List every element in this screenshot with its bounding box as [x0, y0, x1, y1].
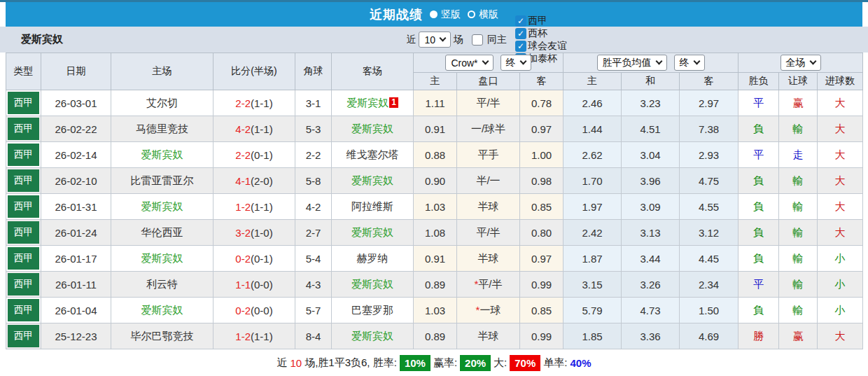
halftime-score: (2-0): [251, 175, 273, 187]
league-filter-label: 球会友谊: [528, 40, 567, 53]
away-odds-cell: 1.00: [520, 142, 564, 168]
avg-draw-cell: 3.96: [622, 168, 680, 194]
goals-cell: 小: [818, 246, 863, 272]
result-cell: 負: [738, 168, 779, 194]
halftime-score: (0-1): [251, 149, 273, 161]
handicap-text: 半球: [478, 252, 499, 264]
period-select[interactable]: 全场: [780, 55, 821, 71]
avg-time-select[interactable]: 终: [674, 55, 705, 71]
same-home-label: 同主: [487, 34, 507, 46]
odds-time-select[interactable]: 终: [500, 55, 531, 71]
goals-cell: 大: [818, 90, 863, 116]
result-cell: 平: [738, 142, 779, 168]
avg-draw-cell: 3.44: [622, 246, 680, 272]
avg-type-select[interactable]: 胜平负均值: [597, 55, 667, 71]
avg-group-header: 胜平负均值 终: [564, 53, 738, 73]
corners-cell: 2-7: [295, 220, 332, 246]
result-cell: 負: [738, 246, 779, 272]
chevron-down-icon: [655, 58, 662, 65]
same-home-checkbox[interactable]: [472, 34, 483, 46]
avg-home-cell: 2.62: [564, 142, 622, 168]
score-cell: 0-2(0-1): [214, 246, 295, 272]
col-header-corners: 角球: [295, 53, 332, 90]
away-team-cell: 爱斯宾奴: [332, 168, 414, 194]
score-cell: 0-2(0-0): [214, 298, 295, 323]
avg-home-cell: 1.44: [564, 116, 622, 142]
goals-cell: 大: [818, 142, 863, 168]
home-odds-cell: 0.88: [414, 142, 457, 168]
table-row: 西甲26-02-10比雷亚雷亚尔4-1(2-0)5-8爱斯宾奴0.90半/一0.…: [6, 168, 863, 194]
goals-cell: 大: [818, 323, 863, 349]
avg-home-cell: 2.42: [564, 220, 622, 246]
avg-home-cell: 1.70: [564, 168, 622, 194]
avg-home-cell: 5.79: [564, 298, 622, 323]
halftime-score: (0-0): [251, 305, 273, 316]
result-cell: 負: [738, 116, 779, 142]
table-row: 西甲26-02-14爱斯宾奴2-2(0-1)2-2维戈塞尔塔0.88平手1.00…: [6, 142, 863, 168]
win-rate-badge: 10%: [400, 355, 430, 371]
home-odds-cell: 0.90: [414, 168, 457, 194]
recent-count-select[interactable]: 10: [419, 32, 451, 48]
bookmaker-select[interactable]: Crow*: [445, 55, 493, 71]
avg-away-cell: 2.97: [680, 90, 738, 116]
col-header-avg-away: 客: [680, 73, 738, 90]
home-odds-cell: 0.89: [414, 323, 457, 349]
avg-draw-cell: 3.36: [622, 323, 680, 349]
handicap-cell: 半球: [457, 246, 520, 272]
fulltime-score: 2-2: [235, 149, 251, 161]
date-cell: 26-01-17: [41, 246, 111, 272]
away-odds-cell: 0.85: [520, 298, 564, 323]
league-filter[interactable]: 西甲: [510, 15, 567, 27]
handicap-cell: *平/半: [457, 272, 520, 298]
home-team-cell: 艾尔切: [111, 90, 214, 116]
fulltime-score: 1-1: [235, 279, 251, 291]
table-row: 西甲26-02-22马德里竞技4-2(1-1)5-3爱斯宾奴0.91一/球半0.…: [6, 116, 863, 142]
fulltime-score: 3-2: [235, 227, 251, 239]
goals-cell: 大: [818, 116, 863, 142]
league-badge: 西甲: [8, 144, 39, 166]
goals-cell: 大: [818, 168, 863, 194]
fulltime-score: 0-2: [235, 305, 251, 316]
handicap-cell: 一/球半: [457, 116, 520, 142]
col-header-goals: 进球数: [818, 73, 863, 90]
league-badge: 西甲: [8, 92, 39, 114]
handicap-result-cell: 走: [779, 142, 818, 168]
away-odds-cell: 0.80: [520, 220, 564, 246]
home-odds-cell: 1.03: [414, 298, 457, 323]
avg-away-cell: 2.34: [680, 272, 738, 298]
goals-cell: 大: [818, 194, 863, 220]
fulltime-score: 2-2: [235, 97, 251, 109]
league-filter-label: 西杯: [528, 27, 547, 40]
summary-record-text: 场,胜1平3负6, 胜率:: [304, 356, 397, 370]
result-cell: 負: [738, 220, 779, 246]
handicap-text: 平手: [478, 148, 499, 160]
corners-cell: 4-3: [295, 272, 332, 298]
type-cell: 西甲: [6, 116, 41, 142]
avg-away-cell: 4.75: [680, 168, 738, 194]
table-row: 西甲26-03-01艾尔切2-2(1-1)3-1爱斯宾奴11.11平/半0.78…: [6, 90, 863, 116]
home-team-cell: 爱斯宾奴: [111, 194, 214, 220]
checkbox-checked-icon[interactable]: [515, 41, 526, 52]
chevron-down-icon: [482, 58, 489, 65]
handicap-text: 平/半: [476, 97, 500, 109]
halftime-score: (0-1): [251, 253, 273, 265]
date-cell: 26-01-31: [41, 194, 111, 220]
home-odds-cell: 0.91: [414, 116, 457, 142]
table-row: 西甲26-01-24华伦西亚3-2(1-0)2-7爱斯宾奴1.08平/半0.80…: [6, 220, 863, 246]
score-cell: 1-2(1-1): [214, 323, 295, 349]
handicap-result-cell: 輸: [779, 298, 818, 323]
checkbox-checked-icon[interactable]: [515, 28, 526, 39]
corners-cell: 4-2: [295, 194, 332, 220]
home-odds-cell: 1.11: [414, 90, 457, 116]
home-team-cell: 爱斯宾奴: [111, 142, 214, 168]
halftime-score: (1-1): [251, 123, 273, 135]
table-row: 西甲26-01-11利云特1-1(0-0)4-3爱斯宾奴0.89*平/半0.99…: [6, 272, 863, 298]
home-team-cell: 毕尔巴鄂竞技: [111, 323, 214, 349]
date-cell: 26-02-10: [41, 168, 111, 194]
league-filter[interactable]: 西杯: [510, 27, 567, 40]
avg-draw-cell: 3.04: [622, 142, 680, 168]
handicap-result-cell: 輸: [779, 246, 818, 272]
checkbox-checked-icon[interactable]: [515, 15, 526, 27]
league-filter[interactable]: 球会友谊: [510, 40, 567, 53]
handicap-cell: 平手: [457, 142, 520, 168]
